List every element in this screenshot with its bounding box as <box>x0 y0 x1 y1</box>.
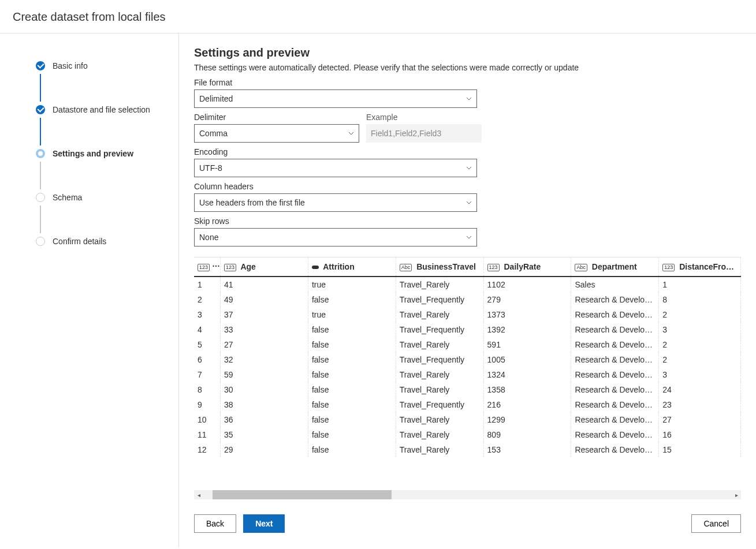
table-cell: 35 <box>221 427 308 442</box>
table-cell: 6 <box>194 352 221 367</box>
table-row: 1036falseTravel_Rarely1299Research & Dev… <box>194 412 741 427</box>
table-cell: 2 <box>194 292 221 307</box>
table-cell: false <box>308 337 396 352</box>
column-name: DailyRate <box>502 262 541 271</box>
table-cell: Research & Develop... <box>571 307 659 322</box>
column-header[interactable]: 123 Age <box>221 257 308 277</box>
checkmark-icon <box>36 61 45 70</box>
string-type-icon: Abc <box>575 264 587 271</box>
section-title: Settings and preview <box>194 46 741 59</box>
table-cell: Travel_Frequently <box>396 397 483 412</box>
scroll-thumb[interactable] <box>213 490 392 499</box>
table-cell: 4 <box>194 322 221 337</box>
table-cell: Sales <box>571 277 659 292</box>
table-row: 1135falseTravel_Rarely809Research & Deve… <box>194 427 741 442</box>
cancel-button[interactable]: Cancel <box>691 514 741 533</box>
preview-table: 123 Id123 Age AttritionAbc BusinessTrave… <box>194 257 741 457</box>
scroll-left-icon[interactable]: ◂ <box>194 490 203 499</box>
file-format-select[interactable]: Delimited <box>194 89 477 108</box>
table-cell: Research & Develop... <box>571 397 659 412</box>
skip-rows-select[interactable]: None <box>194 228 477 247</box>
table-cell: 809 <box>483 427 571 442</box>
step-label: Settings and preview <box>53 149 133 158</box>
table-cell: 27 <box>221 337 308 352</box>
column-header[interactable]: Abc BusinessTravel <box>396 257 483 277</box>
pending-step-icon <box>36 237 45 246</box>
table-cell: 3 <box>194 307 221 322</box>
table-cell: Research & Develop... <box>571 427 659 442</box>
table-row: 830falseTravel_Rarely1358Research & Deve… <box>194 382 741 397</box>
table-row: 433falseTravel_Frequently1392Research & … <box>194 322 741 337</box>
preview-table-container[interactable]: 123 Id123 Age AttritionAbc BusinessTrave… <box>194 257 741 490</box>
encoding-select[interactable]: UTF-8 <box>194 159 477 177</box>
table-cell: 59 <box>221 367 308 382</box>
table-cell: 2 <box>659 337 741 352</box>
boolean-type-icon <box>312 266 319 269</box>
column-name: Department <box>590 262 637 271</box>
table-cell: 7 <box>194 367 221 382</box>
table-cell: 591 <box>483 337 571 352</box>
table-cell: Research & Develop... <box>571 292 659 307</box>
step-basic-info[interactable]: Basic info <box>36 61 178 70</box>
footer-buttons: Back Next Cancel <box>194 499 741 548</box>
table-cell: Research & Develop... <box>571 337 659 352</box>
current-step-icon <box>36 149 45 158</box>
column-name: Age <box>239 262 256 271</box>
back-button[interactable]: Back <box>194 514 236 533</box>
table-cell: Travel_Rarely <box>396 337 483 352</box>
file-format-label: File format <box>194 78 741 87</box>
file-format-value: Delimited <box>199 94 233 103</box>
table-cell: 1373 <box>483 307 571 322</box>
table-cell: 8 <box>194 382 221 397</box>
table-cell: Research & Develop... <box>571 367 659 382</box>
table-cell: 16 <box>659 427 741 442</box>
column-name: Attrition <box>321 262 355 271</box>
table-cell: 37 <box>221 307 308 322</box>
column-header[interactable]: Abc Department <box>571 257 659 277</box>
table-cell: Research & Develop... <box>571 352 659 367</box>
table-cell: 41 <box>221 277 308 292</box>
table-cell: Research & Develop... <box>571 322 659 337</box>
encoding-label: Encoding <box>194 147 741 156</box>
step-datastore[interactable]: Datastore and file selection <box>36 105 178 114</box>
table-cell: 153 <box>483 442 571 457</box>
step-schema[interactable]: Schema <box>36 193 178 202</box>
table-cell: 23 <box>659 397 741 412</box>
example-box: Field1,Field2,Field3 <box>366 124 482 143</box>
column-header[interactable]: Attrition <box>308 257 396 277</box>
table-cell: 32 <box>221 352 308 367</box>
table-cell: false <box>308 292 396 307</box>
example-label: Example <box>366 113 482 122</box>
step-connector <box>40 118 41 145</box>
number-type-icon: 123 <box>487 264 500 271</box>
step-settings-preview[interactable]: Settings and preview <box>36 149 178 158</box>
skip-rows-label: Skip rows <box>194 216 741 226</box>
table-cell: 279 <box>483 292 571 307</box>
step-confirm[interactable]: Confirm details <box>36 237 178 246</box>
table-cell: 27 <box>659 412 741 427</box>
table-cell: 1299 <box>483 412 571 427</box>
table-cell: true <box>308 307 396 322</box>
table-cell: 1102 <box>483 277 571 292</box>
pending-step-icon <box>36 193 45 202</box>
scroll-right-icon[interactable]: ▸ <box>732 490 741 499</box>
step-label: Confirm details <box>53 237 106 246</box>
step-label: Basic info <box>53 61 88 70</box>
table-cell: 49 <box>221 292 308 307</box>
table-cell: false <box>308 352 396 367</box>
table-row: 527falseTravel_Rarely591Research & Devel… <box>194 337 741 352</box>
delimiter-select[interactable]: Comma <box>194 124 359 143</box>
delimiter-label: Delimiter <box>194 113 359 122</box>
table-cell: 11 <box>194 427 221 442</box>
horizontal-scrollbar[interactable]: ◂ ▸ <box>194 490 741 499</box>
column-header[interactable]: 123 Id <box>194 257 221 277</box>
table-cell: false <box>308 442 396 457</box>
table-cell: 30 <box>221 382 308 397</box>
column-header[interactable]: 123 DistanceFromHo... <box>659 257 741 277</box>
column-header[interactable]: 123 DailyRate <box>483 257 571 277</box>
table-cell: Travel_Frequently <box>396 352 483 367</box>
column-headers-select[interactable]: Use headers from the first file <box>194 193 477 212</box>
next-button[interactable]: Next <box>243 514 285 533</box>
skip-rows-value: None <box>199 233 218 242</box>
page-title: Create dataset from local files <box>0 0 756 33</box>
